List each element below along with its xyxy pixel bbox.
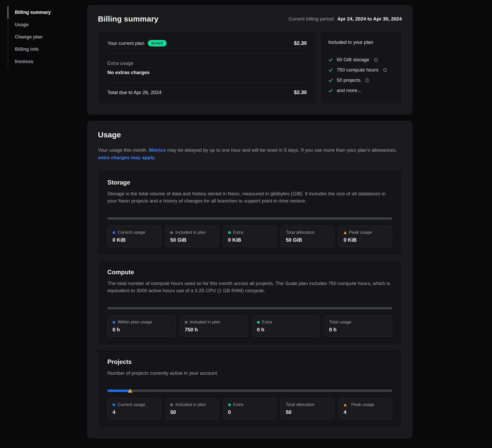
compute-section: Compute The total number of compute hour… bbox=[98, 260, 402, 345]
total-due-amount: $2.30 bbox=[294, 89, 307, 95]
stat-included-in-plan: Included in plan 50 bbox=[165, 398, 219, 419]
legend-dot-icon bbox=[257, 321, 260, 324]
stat-label: Current usage bbox=[118, 230, 145, 235]
stat-label: Total allocation bbox=[286, 230, 314, 235]
storage-stats: Current usage 0 KiB Included in plan 50 … bbox=[107, 226, 392, 247]
stat-value: 0 h bbox=[257, 327, 315, 333]
stat-value: 50 bbox=[170, 409, 214, 415]
metrics-link[interactable]: Metrics bbox=[149, 147, 166, 153]
included-item-compute: 750 compute hours bbox=[328, 65, 394, 75]
legend-dot-icon bbox=[112, 231, 115, 234]
legend-dot-icon bbox=[228, 231, 231, 234]
projects-section-description: Number of projects currently active in y… bbox=[107, 370, 392, 377]
check-icon bbox=[328, 57, 333, 62]
stat-value: 0 KiB bbox=[344, 237, 387, 243]
extra-usage-value: No extras charges bbox=[107, 70, 307, 75]
included-list: 50 GiB storage 750 compute hours bbox=[328, 55, 394, 96]
included-item-storage: 50 GiB storage bbox=[328, 55, 394, 65]
usage-intro: Your usage this month. Metrics may be de… bbox=[98, 146, 402, 161]
billing-summary-header: Billing summary Current billing period:A… bbox=[98, 15, 402, 23]
stat-label: Extra bbox=[262, 320, 272, 325]
stat-label: Within plan usage bbox=[118, 320, 152, 325]
usage-card: Usage Your usage this month. Metrics may… bbox=[87, 121, 412, 438]
legend-dot-icon bbox=[170, 403, 173, 406]
stat-within-plan-usage: Within plan usage 0 h bbox=[107, 315, 176, 337]
summary-grid: Your current plan SCALE $2.30 Extra usag… bbox=[98, 32, 402, 104]
stat-value: 50 GiB bbox=[170, 237, 214, 243]
check-icon bbox=[328, 88, 333, 93]
stat-label: Peak usage bbox=[351, 402, 374, 407]
sidebar-item-billing-info[interactable]: Billing info bbox=[8, 43, 79, 55]
stat-label: Current usage bbox=[118, 402, 145, 407]
legend-dot-icon bbox=[228, 403, 231, 406]
total-due-label: Total due to Apr 26, 2024 bbox=[107, 90, 161, 95]
sidebar-item-invoices[interactable]: Invoices bbox=[8, 55, 79, 68]
included-item-projects: 50 projects bbox=[328, 75, 394, 85]
stat-value: 50 bbox=[286, 409, 329, 415]
divider bbox=[328, 51, 394, 51]
divider bbox=[107, 82, 307, 83]
stat-peak-usage: Peak usage 0 KiB bbox=[339, 226, 392, 247]
stat-label: Peak usage bbox=[349, 230, 372, 235]
check-icon bbox=[328, 78, 333, 83]
info-icon[interactable] bbox=[365, 78, 369, 83]
stat-value: 50 GiB bbox=[286, 237, 329, 243]
projects-section: Projects Number of projects currently ac… bbox=[98, 350, 402, 428]
included-title: Included in your plan bbox=[328, 39, 394, 45]
legend-dot-icon bbox=[170, 231, 173, 234]
peak-marker-icon bbox=[128, 389, 132, 393]
stat-value: 0 h bbox=[329, 327, 387, 333]
included-item-label: and more... bbox=[337, 88, 361, 93]
plan-badge: SCALE bbox=[148, 40, 167, 46]
check-icon bbox=[328, 68, 333, 73]
info-icon[interactable] bbox=[383, 68, 387, 72]
stat-label: Included in plan bbox=[175, 230, 206, 235]
sidebar-item-billing-summary[interactable]: Billing summary bbox=[8, 6, 79, 18]
sidebar-item-change-plan[interactable]: Change plan bbox=[8, 31, 79, 43]
extra-charges-link[interactable]: extra charges may apply bbox=[98, 155, 155, 160]
legend-dot-icon bbox=[112, 321, 115, 324]
stat-included-in-plan: Included in plan 750 h bbox=[180, 315, 248, 337]
total-due-row: Total due to Apr 26, 2024 $2.30 bbox=[107, 89, 307, 95]
stat-current-usage: Current usage 0 KiB bbox=[107, 226, 161, 247]
stat-label: Total usage bbox=[329, 320, 351, 325]
legend-dot-icon bbox=[185, 321, 188, 324]
storage-progress-bar bbox=[107, 217, 392, 220]
stat-value: 4 bbox=[112, 409, 156, 415]
intro-text: . bbox=[155, 155, 156, 160]
page-title: Billing summary bbox=[98, 15, 158, 23]
compute-progress-bar bbox=[107, 307, 392, 309]
billing-nav: Billing summary Usage Change plan Billin… bbox=[8, 6, 79, 68]
stat-total-allocation: Total allocation 50 bbox=[281, 398, 334, 419]
stat-total-usage: Total usage 0 h bbox=[324, 315, 392, 337]
billing-period: Current billing period:Apr 24, 2024 to A… bbox=[289, 16, 402, 22]
billing-period-label: Current billing period: bbox=[289, 16, 335, 22]
projects-section-title: Projects bbox=[107, 358, 392, 365]
stat-label: Total allocation bbox=[286, 402, 314, 407]
current-plan-card: Your current plan SCALE $2.30 Extra usag… bbox=[98, 32, 316, 104]
stat-value: 0 KiB bbox=[112, 237, 156, 243]
storage-section-title: Storage bbox=[107, 179, 392, 186]
stat-label: Included in plan bbox=[175, 402, 206, 407]
info-icon[interactable] bbox=[374, 58, 378, 62]
stat-current-usage: Current usage 4 bbox=[107, 398, 161, 419]
stat-peak-usage: Peak usage 4 bbox=[339, 398, 392, 419]
projects-progress-bar bbox=[107, 390, 392, 392]
storage-section-description: Storage is the total volume of data and … bbox=[107, 190, 392, 205]
stat-label: Included in plan bbox=[190, 320, 220, 325]
storage-section: Storage Storage is the total volume of d… bbox=[98, 170, 402, 256]
divider bbox=[107, 53, 307, 54]
stat-value: 4 bbox=[344, 409, 387, 415]
billing-content: Billing summary Current billing period:A… bbox=[87, 5, 412, 438]
progress-fill bbox=[107, 390, 130, 392]
intro-text: Your usage this month. bbox=[98, 147, 149, 153]
intro-text: may be delayed by up to one hour and wil… bbox=[166, 147, 397, 153]
usage-title: Usage bbox=[98, 130, 402, 139]
stat-value: 750 h bbox=[185, 327, 243, 333]
stat-extra: Extra 0 KiB bbox=[223, 226, 277, 247]
sidebar-item-usage[interactable]: Usage bbox=[8, 18, 79, 31]
stat-included-in-plan: Included in plan 50 GiB bbox=[165, 226, 219, 247]
plan-amount: $2.30 bbox=[294, 40, 307, 46]
stat-value: 0 bbox=[228, 409, 272, 415]
current-plan-row: Your current plan SCALE $2.30 bbox=[107, 40, 307, 46]
